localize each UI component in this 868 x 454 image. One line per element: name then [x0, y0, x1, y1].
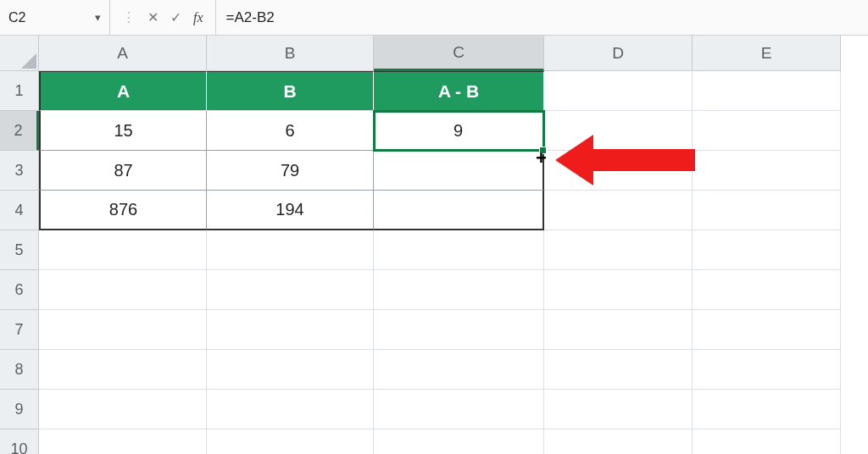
row-header-3[interactable]: 3 — [0, 151, 39, 191]
separator-icon: ⋮ — [122, 9, 136, 25]
row-header-9[interactable]: 9 — [0, 390, 39, 429]
cell-E8[interactable] — [693, 350, 841, 390]
column-header-b[interactable]: B — [207, 36, 374, 71]
formula-text: =A2-B2 — [226, 9, 275, 26]
cell-B9[interactable] — [207, 390, 374, 429]
annotation-arrow-icon — [555, 130, 699, 194]
row-headers: 12345678910 — [0, 71, 39, 454]
row-header-5[interactable]: 5 — [0, 230, 39, 270]
cell-D9[interactable] — [544, 390, 693, 429]
svg-marker-0 — [21, 53, 36, 69]
cell-E3[interactable] — [693, 151, 841, 191]
cell-C5[interactable] — [374, 230, 544, 270]
cell-B10[interactable] — [207, 429, 374, 454]
table-row — [39, 390, 841, 429]
cell-C9[interactable] — [374, 390, 544, 429]
column-header-d[interactable]: D — [544, 36, 693, 71]
chevron-down-icon[interactable]: ▾ — [95, 11, 101, 24]
formula-input[interactable]: =A2-B2 — [216, 9, 868, 26]
cell-B4[interactable]: 194 — [207, 191, 374, 230]
cell-A5[interactable] — [39, 230, 207, 270]
cell-A3[interactable]: 87 — [39, 151, 207, 191]
cell-B7[interactable] — [207, 310, 374, 350]
cell-A2[interactable]: 15 — [39, 111, 207, 151]
cell-A6[interactable] — [39, 270, 207, 310]
row-header-10[interactable]: 10 — [0, 429, 39, 454]
cell-C1[interactable]: A - B — [374, 71, 544, 111]
cell-A10[interactable] — [39, 429, 207, 454]
cell-C4[interactable] — [374, 191, 544, 230]
cell-D5[interactable] — [544, 230, 693, 270]
table-row — [39, 429, 841, 454]
enter-icon[interactable]: ✓ — [170, 9, 181, 25]
table-row: ABA - B — [39, 71, 841, 111]
table-row — [39, 270, 841, 310]
cell-E9[interactable] — [693, 390, 841, 429]
cell-D8[interactable] — [544, 350, 693, 390]
cell-B8[interactable] — [207, 350, 374, 390]
cell-A1[interactable]: A — [39, 71, 207, 111]
cell-C3[interactable] — [374, 151, 544, 191]
column-headers: ABCDE — [39, 36, 841, 71]
table-row — [39, 350, 841, 390]
svg-marker-1 — [555, 135, 695, 185]
name-box-value: C2 — [8, 10, 25, 25]
cell-D1[interactable] — [544, 71, 693, 111]
cell-D7[interactable] — [544, 310, 693, 350]
fill-handle-cursor-icon: + — [536, 149, 547, 168]
cell-B5[interactable] — [207, 230, 374, 270]
formula-bar-buttons: ⋮ ✕ ✓ fx — [110, 0, 216, 35]
cell-A7[interactable] — [39, 310, 207, 350]
cell-D4[interactable] — [544, 191, 693, 230]
column-header-e[interactable]: E — [693, 36, 841, 71]
cancel-icon[interactable]: ✕ — [147, 9, 159, 25]
cell-A9[interactable] — [39, 390, 207, 429]
cell-E7[interactable] — [693, 310, 841, 350]
fx-icon[interactable]: fx — [193, 10, 203, 25]
row-header-4[interactable]: 4 — [0, 191, 39, 230]
cell-B2[interactable]: 6 — [207, 111, 374, 151]
cell-E1[interactable] — [693, 71, 841, 111]
cell-C10[interactable] — [374, 429, 544, 454]
cell-C2[interactable]: 9 — [374, 111, 544, 151]
select-all-triangle-icon — [21, 53, 36, 69]
cell-B3[interactable]: 79 — [207, 151, 374, 191]
table-row: 1569 — [39, 111, 841, 151]
cells-area[interactable]: ABA - B15698779876194 — [39, 71, 841, 454]
row-header-8[interactable]: 8 — [0, 350, 39, 390]
row-header-1[interactable]: 1 — [0, 71, 39, 111]
name-box[interactable]: C2 ▾ — [0, 0, 110, 35]
cell-E4[interactable] — [693, 191, 841, 230]
cell-A4[interactable]: 876 — [39, 191, 207, 230]
formula-bar: C2 ▾ ⋮ ✕ ✓ fx =A2-B2 — [0, 0, 868, 36]
cell-B6[interactable] — [207, 270, 374, 310]
cell-C6[interactable] — [374, 270, 544, 310]
cell-E6[interactable] — [693, 270, 841, 310]
cell-D6[interactable] — [544, 270, 693, 310]
table-row — [39, 230, 841, 270]
row-header-6[interactable]: 6 — [0, 270, 39, 310]
column-header-a[interactable]: A — [39, 36, 207, 71]
cell-E10[interactable] — [693, 429, 841, 454]
table-row: 8779 — [39, 151, 841, 191]
cell-E2[interactable] — [693, 111, 841, 151]
select-all-corner[interactable] — [0, 36, 39, 71]
cell-E5[interactable] — [693, 230, 841, 270]
cell-A8[interactable] — [39, 350, 207, 390]
row-header-7[interactable]: 7 — [0, 310, 39, 350]
column-header-c[interactable]: C — [374, 36, 544, 71]
cell-C7[interactable] — [374, 310, 544, 350]
table-row: 876194 — [39, 191, 841, 230]
cell-C8[interactable] — [374, 350, 544, 390]
cell-D10[interactable] — [544, 429, 693, 454]
cell-B1[interactable]: B — [207, 71, 374, 111]
table-row — [39, 310, 841, 350]
row-header-2[interactable]: 2 — [0, 111, 39, 151]
